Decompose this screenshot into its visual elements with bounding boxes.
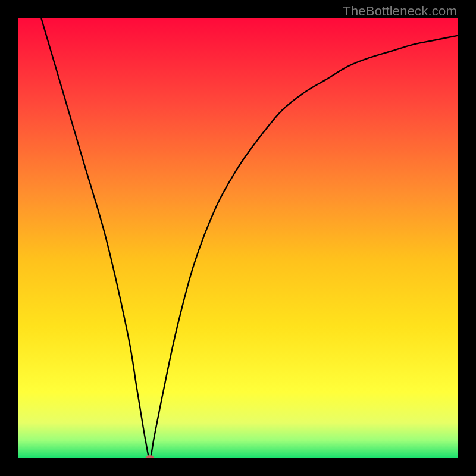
watermark-text: TheBottleneck.com: [343, 4, 457, 19]
bottleneck-curve: [18, 18, 458, 458]
chart-frame: TheBottleneck.com: [0, 0, 476, 476]
plot-area: [18, 18, 458, 458]
minimum-marker: [146, 455, 154, 458]
